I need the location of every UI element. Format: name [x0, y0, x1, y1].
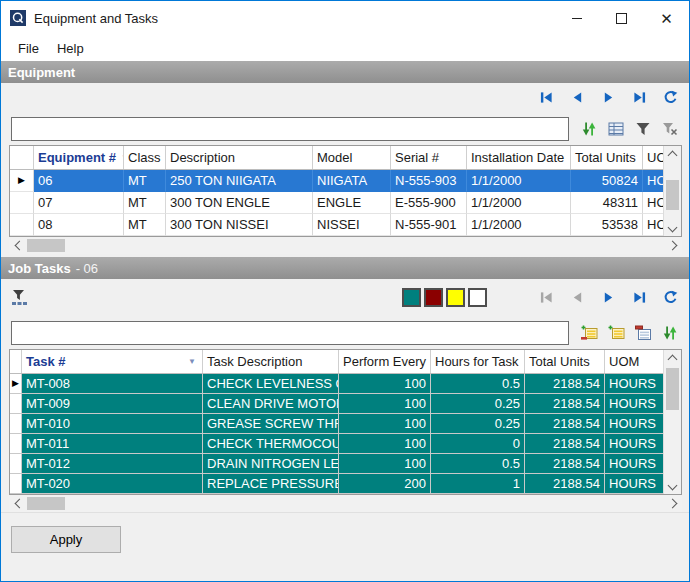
task-number-cell[interactable]: MT-010	[22, 414, 203, 434]
serial-cell[interactable]: E-555-900	[391, 192, 467, 214]
close-button[interactable]: ✕	[644, 1, 689, 35]
sort-icon[interactable]	[661, 324, 679, 342]
equipment-number-cell[interactable]: 08	[34, 214, 124, 236]
uom-cell[interactable]: HOURS	[643, 170, 663, 192]
filter-tasks-icon[interactable]	[11, 289, 29, 307]
job-task-row[interactable]: MT-010 GREASE SCREW THRU 100 0.25 2188.5…	[10, 414, 663, 434]
description-cell[interactable]: 300 TON NISSEI	[166, 214, 313, 236]
row-selector[interactable]	[10, 434, 22, 454]
sort-icon[interactable]	[580, 120, 598, 138]
first-record-icon-disabled[interactable]	[537, 289, 555, 307]
scroll-right-icon[interactable]	[665, 495, 682, 512]
row-selector[interactable]	[10, 214, 34, 236]
job-tasks-search-input[interactable]	[11, 321, 569, 345]
scrollbar-track[interactable]	[26, 495, 665, 512]
next-record-icon[interactable]	[599, 89, 617, 107]
row-selector[interactable]: ▶	[10, 170, 34, 192]
hours-for-task-cell[interactable]: 0.25	[431, 394, 525, 414]
refresh-icon[interactable]	[661, 89, 679, 107]
column-header-task-number[interactable]: Task #▼	[22, 350, 203, 373]
total-units-cell[interactable]: 48311	[571, 192, 643, 214]
equipment-row[interactable]: ▶ 06 MT 250 TON NIIGATA NIIGATA N-555-90…	[10, 170, 663, 192]
job-task-row[interactable]: ▶ MT-008 CHECK LEVELNESS OF 100 0.5 2188…	[10, 374, 663, 394]
scroll-left-icon[interactable]	[9, 495, 26, 512]
job-tasks-vertical-scrollbar[interactable]	[663, 350, 681, 494]
column-header-equipment-number[interactable]: Equipment #▼	[34, 146, 124, 169]
grid-view-icon[interactable]	[607, 120, 625, 138]
hours-for-task-cell[interactable]: 0	[431, 434, 525, 454]
total-units-cell[interactable]: 50824	[571, 170, 643, 192]
class-cell[interactable]: MT	[124, 214, 166, 236]
previous-record-icon[interactable]	[568, 89, 586, 107]
scroll-down-icon[interactable]	[664, 220, 681, 236]
perform-every-cell[interactable]: 100	[339, 374, 431, 394]
task-number-cell[interactable]: MT-012	[22, 454, 203, 474]
equipment-row[interactable]: 08 MT 300 TON NISSEI NISSEI N-555-901 1/…	[10, 214, 663, 236]
total-units-cell[interactable]: 2188.54	[525, 454, 605, 474]
uom-cell[interactable]: HOURS	[643, 192, 663, 214]
perform-every-cell[interactable]: 100	[339, 454, 431, 474]
column-header-installation-date[interactable]: Installation Date	[467, 146, 571, 169]
task-description-cell[interactable]: CLEAN DRIVE MOTOR	[203, 394, 339, 414]
apply-button[interactable]: Apply	[11, 526, 121, 553]
hours-for-task-cell[interactable]: 0.5	[431, 454, 525, 474]
maximize-button[interactable]	[599, 1, 644, 35]
hours-for-task-cell[interactable]: 1	[431, 474, 525, 494]
scroll-right-icon[interactable]	[665, 237, 682, 254]
task-number-cell[interactable]: MT-009	[22, 394, 203, 414]
scroll-down-icon[interactable]	[664, 478, 681, 494]
task-description-cell[interactable]: DRAIN NITROGEN LEA	[203, 454, 339, 474]
equipment-number-cell[interactable]: 07	[34, 192, 124, 214]
last-record-icon[interactable]	[630, 289, 648, 307]
task-number-cell[interactable]: MT-011	[22, 434, 203, 454]
filter-icon[interactable]	[634, 120, 652, 138]
equipment-vertical-scrollbar[interactable]	[663, 146, 681, 236]
uom-cell[interactable]: HOURS	[605, 374, 663, 394]
total-units-cell[interactable]: 2188.54	[525, 374, 605, 394]
class-cell[interactable]: MT	[124, 170, 166, 192]
uom-cell[interactable]: HOURS	[605, 454, 663, 474]
task-number-cell[interactable]: MT-020	[22, 474, 203, 494]
previous-record-icon-disabled[interactable]	[568, 289, 586, 307]
job-task-row[interactable]: MT-009 CLEAN DRIVE MOTOR 100 0.25 2188.5…	[10, 394, 663, 414]
column-header-hours-for-task[interactable]: Hours for Task	[431, 350, 525, 373]
job-task-row[interactable]: MT-012 DRAIN NITROGEN LEA 100 0.5 2188.5…	[10, 454, 663, 474]
add-task-icon[interactable]	[607, 324, 625, 342]
scroll-left-icon[interactable]	[9, 237, 26, 254]
row-selector[interactable]	[10, 192, 34, 214]
total-units-cell[interactable]: 2188.54	[525, 474, 605, 494]
scrollbar-thumb[interactable]	[666, 368, 679, 410]
task-description-cell[interactable]: REPLACE PRESSURE FI	[203, 474, 339, 494]
total-units-cell[interactable]: 2188.54	[525, 434, 605, 454]
model-cell[interactable]: NIIGATA	[313, 170, 391, 192]
uom-cell[interactable]: HOURS	[605, 434, 663, 454]
uom-cell[interactable]: HOURS	[605, 414, 663, 434]
scrollbar-thumb[interactable]	[27, 497, 65, 510]
total-units-cell[interactable]: 2188.54	[525, 414, 605, 434]
task-description-cell[interactable]: GREASE SCREW THRU	[203, 414, 339, 434]
uom-cell[interactable]: HOURS	[643, 214, 663, 236]
task-number-cell[interactable]: MT-008	[22, 374, 203, 394]
total-units-cell[interactable]: 2188.54	[525, 394, 605, 414]
menu-file[interactable]: File	[9, 38, 48, 59]
remove-task-icon[interactable]	[634, 324, 652, 342]
equipment-horizontal-scrollbar[interactable]	[9, 237, 682, 254]
description-cell[interactable]: 300 TON ENGLE	[166, 192, 313, 214]
column-header-uom[interactable]: UOM	[605, 350, 663, 373]
row-selector[interactable]	[10, 394, 22, 414]
row-selector[interactable]	[10, 414, 22, 434]
column-header-serial[interactable]: Serial #	[391, 146, 467, 169]
job-tasks-horizontal-scrollbar[interactable]	[9, 495, 682, 512]
job-task-row[interactable]: MT-011 CHECK THERMOCOUP 100 0 2188.54 HO…	[10, 434, 663, 454]
column-header-task-description[interactable]: Task Description	[203, 350, 339, 373]
scrollbar-thumb[interactable]	[666, 180, 679, 210]
scrollbar-track[interactable]	[664, 162, 681, 220]
column-header-total-units[interactable]: Total Units	[571, 146, 643, 169]
hours-for-task-cell[interactable]: 0.5	[431, 374, 525, 394]
menu-help[interactable]: Help	[48, 38, 93, 59]
task-description-cell[interactable]: CHECK LEVELNESS OF	[203, 374, 339, 394]
perform-every-cell[interactable]: 100	[339, 414, 431, 434]
perform-every-cell[interactable]: 100	[339, 394, 431, 414]
uom-cell[interactable]: HOURS	[605, 474, 663, 494]
scroll-up-icon[interactable]	[664, 146, 681, 162]
